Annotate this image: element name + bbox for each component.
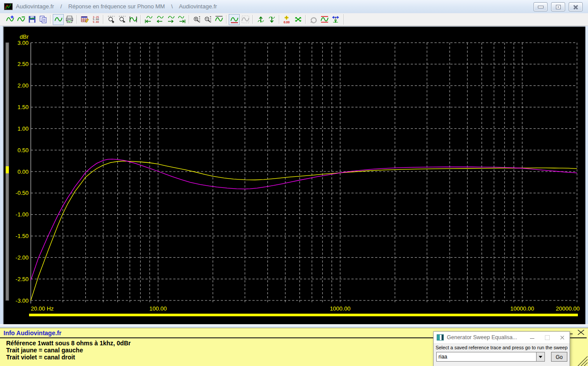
wave-plus-icon	[6, 15, 15, 24]
svg-text:2.00: 2.00	[18, 82, 29, 89]
cursor-readout-button[interactable]	[330, 14, 341, 25]
maximize-button[interactable]	[551, 2, 565, 11]
reference-trace-input[interactable]	[437, 352, 536, 361]
wave-minus-icon	[17, 15, 26, 24]
zoom-y-in-icon	[193, 15, 201, 24]
frequency-response-chart: 3.002.502.001.501.000.500.00-0.50-1.00-1…	[3, 26, 585, 324]
zoom-y-in-button[interactable]	[191, 14, 202, 25]
toolbar-separator	[252, 15, 253, 24]
fit-trace-y-button[interactable]	[213, 14, 224, 25]
level-meter-marker	[6, 166, 9, 173]
shift-up-icon	[256, 15, 265, 24]
value-list-icon: 3.255.609.00	[91, 15, 100, 24]
svg-text:0.00: 0.00	[18, 168, 29, 175]
dialog-titlebar[interactable]: Generator Sweep Equalisa...	[434, 332, 570, 344]
svg-text:100.00: 100.00	[150, 305, 167, 312]
zoom-x-in-button[interactable]	[106, 14, 117, 25]
redo-gray-icon	[309, 15, 318, 24]
save-trace-button[interactable]	[26, 14, 37, 25]
dialog-minimize-button[interactable]	[525, 332, 540, 343]
pan-right-end-button[interactable]	[176, 14, 187, 25]
dialog-instruction: Select a saved reference trace and press…	[434, 345, 570, 350]
zero-offset-icon: 0.00	[283, 15, 292, 24]
copy-icon	[39, 15, 47, 24]
print-graph-button[interactable]	[64, 14, 75, 25]
toolbar-separator	[103, 15, 104, 24]
pan-right-button[interactable]	[165, 14, 176, 25]
toolbar-separator	[140, 15, 141, 24]
splice-icon	[294, 15, 303, 24]
svg-text:-3.00: -3.00	[15, 297, 29, 304]
info-panel-body: Référence 1watt sous 8 ohms à 1khz, 0dBr…	[6, 340, 131, 361]
reference-trace-combo[interactable]	[436, 352, 545, 362]
wave-over-icon	[215, 15, 223, 24]
close-button[interactable]	[569, 2, 583, 11]
svg-text:1.00: 1.00	[18, 125, 29, 132]
pan-left-button[interactable]	[154, 14, 165, 25]
panel-close-button[interactable]	[578, 330, 584, 335]
svg-text:-1.50: -1.50	[15, 233, 29, 239]
gray-tool-icon	[241, 15, 250, 24]
show-values-list-button[interactable]: 3.255.609.00	[90, 14, 101, 25]
titlebar: Audiovintage.fr / Réponse en fréquence s…	[0, 0, 588, 14]
pan-left-end-button[interactable]	[143, 14, 154, 25]
reference-note: Référence 1watt sous 8 ohms à 1khz, 0dBr	[6, 340, 131, 347]
app-window: { "window": { "title": "Audiovintage.fr …	[0, 0, 588, 366]
minimize-button[interactable]	[533, 2, 548, 11]
limit-lines-icon	[320, 15, 329, 24]
shift-trace-down-button[interactable]	[266, 14, 277, 25]
chart-svg: 3.002.502.001.501.000.500.00-0.50-1.00-1…	[4, 27, 585, 324]
svg-text:3.00: 3.00	[18, 40, 29, 46]
window-bottom-frame	[0, 324, 588, 328]
toolbar-separator	[50, 15, 51, 24]
svg-text:10000.00: 10000.00	[510, 305, 534, 312]
combo-dropdown-button[interactable]	[536, 352, 544, 361]
normalize-trace-button[interactable]	[229, 14, 240, 25]
add-trace-button[interactable]	[4, 14, 15, 25]
zoom-x-out-button[interactable]	[117, 14, 128, 25]
zoom-x-in-icon	[107, 15, 116, 24]
pan-left-icon	[155, 15, 164, 24]
shift-down-icon	[267, 15, 276, 24]
zoom-y-out-button[interactable]	[202, 14, 213, 25]
subtract-trace-button[interactable]	[15, 14, 26, 25]
toolbar-end-ridge	[343, 14, 344, 25]
normalize-icon	[230, 15, 239, 24]
pan-left-end-icon	[144, 15, 153, 24]
align-tool-button	[240, 14, 251, 25]
x-axis-labels: 20.00 Hz100.001000.0010000.0020000.00	[31, 305, 580, 312]
toolbar-separator	[305, 15, 306, 24]
zero-offset-button[interactable]: 0.00	[281, 14, 292, 25]
edit-values-table-button[interactable]	[79, 14, 90, 25]
dialog-app-icon	[437, 334, 444, 340]
fit-trace-x-button[interactable]	[128, 14, 139, 25]
svg-text:-1.00: -1.00	[15, 211, 29, 218]
save-wave-icon	[28, 15, 37, 24]
toolbar: 3.255.609.000.00	[0, 13, 588, 26]
svg-text:-2.50: -2.50	[15, 276, 29, 282]
splice-traces-button[interactable]	[292, 14, 303, 25]
y-grid: 3.002.502.001.501.000.500.00-0.50-1.00-1…	[15, 40, 577, 304]
svg-text:9.00: 9.00	[93, 21, 99, 23]
copy-trace-button[interactable]	[37, 14, 48, 25]
fit-x-icon	[129, 15, 138, 24]
window-title: Audiovintage.fr / Réponse en fréquence s…	[16, 0, 217, 13]
level-meter-bar	[6, 43, 9, 300]
generator-sweep-dialog: Generator Sweep Equalisa... Select a sav…	[433, 331, 570, 366]
print-wave-icon	[65, 15, 74, 24]
resize-grip[interactable]	[577, 355, 588, 366]
zoom-x-out-icon	[118, 15, 127, 24]
legend-yellow-note: Trait jaune = canal gauche	[6, 347, 131, 354]
table-edit-icon	[80, 15, 89, 24]
show-graph-button[interactable]	[53, 14, 64, 25]
app-chart-icon	[4, 3, 13, 10]
svg-text:-0.50: -0.50	[15, 190, 29, 196]
dialog-title: Generator Sweep Equalisa...	[447, 334, 517, 340]
shift-trace-up-button[interactable]	[255, 14, 266, 25]
limit-lines-button[interactable]	[319, 14, 330, 25]
dialog-close-button[interactable]	[555, 332, 570, 343]
pan-right-icon	[166, 15, 175, 24]
dialog-close-icon	[560, 335, 565, 340]
dialog-maximize-icon	[545, 335, 550, 340]
go-button[interactable]: Go	[551, 352, 567, 362]
